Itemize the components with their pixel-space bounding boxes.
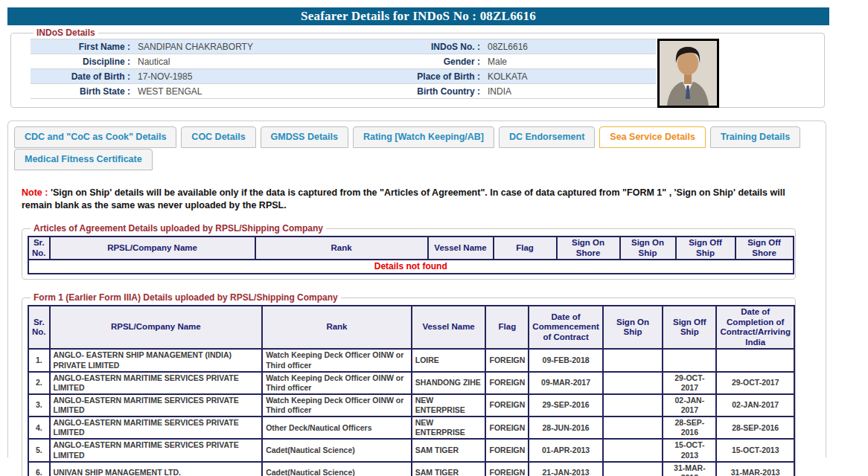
table-cell: 29-OCT-2017 xyxy=(716,372,794,394)
table-row: 2.ANGLO-EASTERN MARITIME SERVICES PRIVAT… xyxy=(28,372,794,394)
column-header-vessel-name: Vessel Name xyxy=(412,306,486,349)
tab-coc-details[interactable]: COC Details xyxy=(181,126,255,148)
indos-details-legend: INDoS Details xyxy=(33,28,98,38)
column-header-sign-on-ship: Sign On Ship xyxy=(620,237,676,260)
page-title: Seafarer Details for INDoS No : 08ZL6616 xyxy=(7,7,829,25)
table-cell: Cadet(Nautical Science) xyxy=(262,439,412,461)
table-cell: Other Deck/Nautical Officers xyxy=(262,416,412,439)
field-label: Birth State : xyxy=(31,84,135,99)
table-cell: FOREIGN xyxy=(485,439,529,461)
indos-row: First Name :SANDIPAN CHAKRABORTYINDoS No… xyxy=(31,39,656,54)
field-label: INDoS No. : xyxy=(339,39,485,54)
field-value: 17-NOV-1985 xyxy=(135,69,339,84)
column-header-sr-no: Sr. No. xyxy=(28,237,50,260)
column-header-sign-on-ship: Sign On Ship xyxy=(603,306,663,349)
table-cell: Watch Keeping Deck Officer OINW or Third… xyxy=(262,372,412,394)
table-cell: 09-MAR-2017 xyxy=(529,372,602,394)
column-header-rpsl-company-name: RPSL/Company Name xyxy=(50,306,263,349)
column-header-flag: Flag xyxy=(485,306,529,349)
table-cell: 15-OCT-2013 xyxy=(716,439,794,461)
note-label: Note : xyxy=(22,187,48,198)
table-cell: Cadet(Nautical Science) xyxy=(262,462,412,476)
table-cell xyxy=(663,349,716,371)
indos-fields-body: First Name :SANDIPAN CHAKRABORTYINDoS No… xyxy=(31,39,656,99)
table-cell xyxy=(603,416,663,439)
table-cell: 29-SEP-2016 xyxy=(529,394,602,416)
table-cell xyxy=(603,349,663,371)
tab-sea-service-details[interactable]: Sea Service Details xyxy=(599,126,706,148)
table-cell: 15-OCT-2013 xyxy=(663,439,716,461)
indos-details-table: First Name :SANDIPAN CHAKRABORTYINDoS No… xyxy=(31,39,656,99)
table-cell: 28-SEP-2016 xyxy=(663,416,716,439)
table-cell: FOREIGN xyxy=(485,372,529,394)
table-cell: 01-APR-2013 xyxy=(529,439,602,461)
table-cell: 02-JAN-2017 xyxy=(663,394,716,416)
form1-details-section: Form 1 (Earlier Form IIIA) Details uploa… xyxy=(22,292,796,476)
column-header-rank: Rank xyxy=(262,306,412,349)
sign-on-ship-note: Note : 'Sign on Ship' details will be av… xyxy=(22,187,797,212)
table-cell: 2. xyxy=(28,372,50,394)
header-row: Sr. No.RPSL/Company NameRankVessel NameF… xyxy=(28,237,794,260)
seafarer-photo xyxy=(657,39,719,108)
table-cell xyxy=(603,394,663,416)
indos-row: Date of Birth :17-NOV-1985Place of Birth… xyxy=(31,69,656,84)
field-value: SANDIPAN CHAKRABORTY xyxy=(135,39,339,54)
column-header-sign-off-ship: Sign Off Ship xyxy=(663,306,716,349)
table-cell: ANGLO-EASTERN MARITIME SERVICES PRIVATE … xyxy=(50,439,263,461)
table-cell: 28-SEP-2016 xyxy=(716,416,794,439)
table-cell: 6. xyxy=(28,462,50,476)
header-row: Sr. No.RPSL/Company NameRankVessel NameF… xyxy=(28,306,794,349)
table-cell: 29-OCT-2017 xyxy=(663,372,716,394)
articles-of-agreement-section: Articles of Agreement Details uploaded b… xyxy=(22,223,796,280)
table-cell: Watch Keeping Deck Officer OINW or Third… xyxy=(262,394,412,416)
table-cell: 31-MAR-2013 xyxy=(663,462,716,476)
table-cell: LOIRE xyxy=(412,349,486,371)
table-cell: SAM TIGER xyxy=(412,462,486,476)
tab-medical-fitness-certificate[interactable]: Medical Fitness Certificate xyxy=(14,149,153,170)
field-value: 08ZL6616 xyxy=(485,39,656,54)
field-label: First Name : xyxy=(31,39,135,54)
field-value: WEST BENGAL xyxy=(135,84,339,99)
tab-rating-watch-keeping-ab[interactable]: Rating [Watch Keeping/AB] xyxy=(353,126,494,148)
indos-row: Birth State :WEST BENGALBirth Country :I… xyxy=(31,84,656,99)
column-header-flag: Flag xyxy=(494,237,557,260)
table-row: 5.ANGLO-EASTERN MARITIME SERVICES PRIVAT… xyxy=(28,439,794,461)
table-cell: 5. xyxy=(28,439,50,461)
table-row: 6.UNIVAN SHIP MANAGEMENT LTD.Cadet(Nauti… xyxy=(28,462,794,476)
field-label: Gender : xyxy=(339,54,485,69)
table-cell: 3. xyxy=(28,394,50,416)
table-cell xyxy=(716,349,794,371)
table-cell: ANGLO-EASTERN MARITIME SERVICES PRIVATE … xyxy=(50,416,263,439)
form1-table: Sr. No.RPSL/Company NameRankVessel NameF… xyxy=(28,305,795,476)
column-header-rank: Rank xyxy=(255,237,428,260)
table-cell: 21-JAN-2013 xyxy=(529,462,602,476)
tab-row-2: Medical Fitness Certificate xyxy=(14,149,826,170)
table-cell: SAM TIGER xyxy=(412,439,486,461)
table-cell: 02-JAN-2017 xyxy=(716,394,794,416)
tab-cdc-and-coc-as-cook-details[interactable]: CDC and "CoC as Cook" Details xyxy=(14,126,176,148)
tab-training-details[interactable]: Training Details xyxy=(710,126,800,148)
column-header-date-of-commencement-of-contract: Date of Commencement of Contract xyxy=(529,306,602,349)
photo-placeholder-graphic xyxy=(660,41,717,106)
table-row: 1.ANGLO- EASTERN SHIP MANAGEMENT (INDIA)… xyxy=(28,349,794,371)
table-cell: 28-JUN-2016 xyxy=(529,416,602,439)
table-cell: ANGLO-EASTERN MARITIME SERVICES PRIVATE … xyxy=(50,372,263,394)
empty-row: Details not found xyxy=(28,260,794,274)
table-cell xyxy=(603,462,663,476)
table-cell: 4. xyxy=(28,416,50,439)
tab-gmdss-details[interactable]: GMDSS Details xyxy=(261,126,348,148)
column-header-sign-off-shore: Sign Off Shore xyxy=(735,237,794,260)
field-label: Date of Birth : xyxy=(31,69,135,84)
tab-row-1: CDC and "CoC as Cook" DetailsCOC Details… xyxy=(14,126,826,148)
table-cell: FOREIGN xyxy=(485,349,529,371)
field-value: Male xyxy=(485,54,656,69)
note-text: 'Sign on Ship' details will be available… xyxy=(22,187,785,210)
column-header-sign-on-shore: Sign On Shore xyxy=(557,237,620,260)
tab-bar: CDC and "CoC as Cook" DetailsCOC Details… xyxy=(8,121,826,170)
table-row: 3.ANGLO-EASTERN MARITIME SERVICES PRIVAT… xyxy=(28,394,794,416)
tab-dc-endorsement[interactable]: DC Endorsement xyxy=(499,126,595,148)
table-cell: 1. xyxy=(28,349,50,371)
table-cell: Watch Keeping Deck Officer OINW or Third… xyxy=(262,349,412,371)
field-label: Discipline : xyxy=(31,54,135,69)
table-cell xyxy=(603,372,663,394)
